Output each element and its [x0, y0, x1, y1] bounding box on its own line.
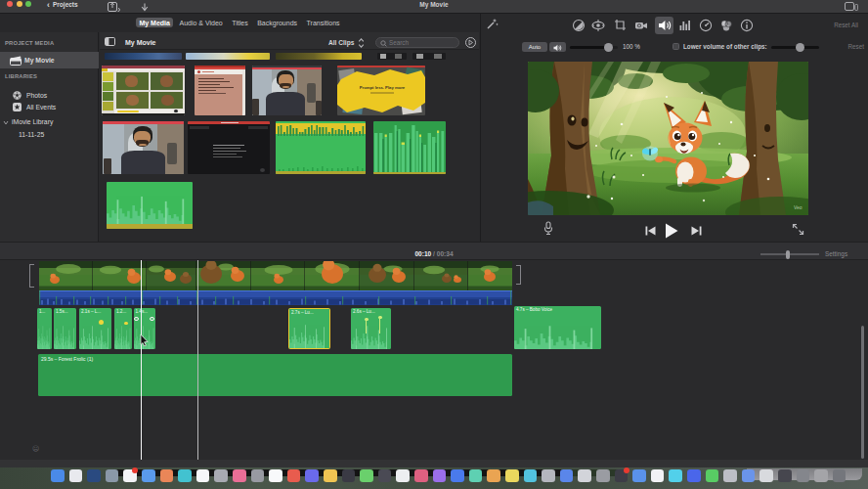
svg-text:Veo: Veo	[794, 204, 803, 210]
